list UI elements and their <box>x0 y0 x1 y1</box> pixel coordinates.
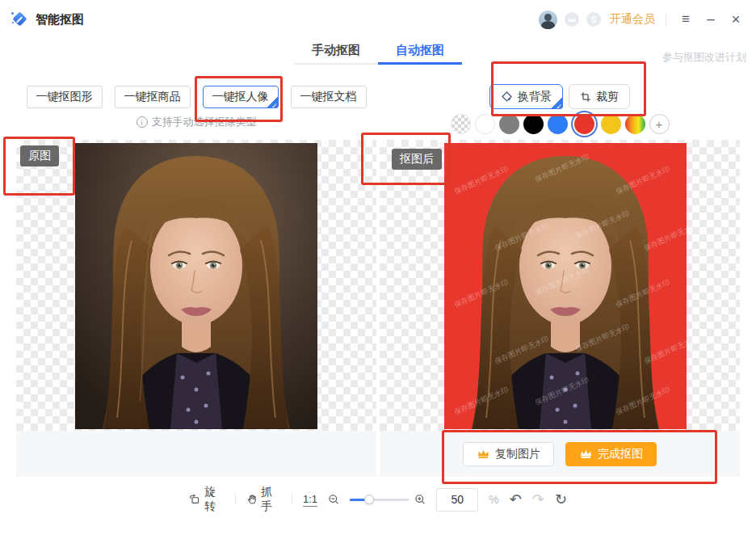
original-badge: 原图 <box>20 145 59 166</box>
change-background-button[interactable]: 换背景 ✓ <box>489 84 563 109</box>
cutout-photo <box>444 143 687 429</box>
tab-manual-cutout[interactable]: 手动抠图 <box>294 39 378 65</box>
add-color-button[interactable]: + <box>649 114 670 134</box>
crown-icon <box>477 449 490 459</box>
result-badge: 抠图后 <box>392 149 442 170</box>
hand-icon <box>246 493 257 506</box>
canvas-toolbar: 旋转 抓手 1:1 % ↶ ↷ ↻ <box>189 487 567 512</box>
tab-auto-cutout[interactable]: 自动抠图 <box>378 39 462 65</box>
swatch-rainbow[interactable] <box>625 114 645 134</box>
app-logo-icon <box>11 11 29 28</box>
mode-hint: i 支持手动选择抠除类型 <box>16 115 376 129</box>
crop-icon <box>580 91 591 103</box>
toolbar-divider <box>235 494 236 505</box>
mode-button-portrait[interactable]: 一键抠人像 ✓ <box>203 86 279 108</box>
swatch-yellow[interactable] <box>601 114 621 134</box>
hand-tool-button[interactable]: 抓手 <box>246 485 281 514</box>
title-bar: 智能抠图 S 开通会员 ≡ – × <box>0 0 756 39</box>
open-membership-link[interactable]: 开通会员 <box>610 12 655 27</box>
selected-check-icon: ✓ <box>549 95 563 109</box>
selected-check-icon: ✓ <box>265 95 279 108</box>
app-title: 智能抠图 <box>36 12 84 27</box>
zoom-percent-input[interactable] <box>436 488 478 512</box>
swatch-black[interactable] <box>523 114 544 134</box>
swatch-transparent[interactable] <box>451 114 471 134</box>
result-actions: 复制图片 完成抠图 <box>380 431 740 477</box>
minimize-icon[interactable]: – <box>702 11 720 28</box>
mode-button-document[interactable]: 一键抠文档 <box>291 86 367 108</box>
reset-icon[interactable]: ↻ <box>555 492 567 507</box>
cutout-mode-buttons: 一键抠图形 一键抠商品 一键抠人像 ✓ 一键抠文档 <box>16 86 376 108</box>
toolbar-divider <box>292 494 292 505</box>
copy-image-button[interactable]: 复制图片 <box>463 442 554 466</box>
mode-button-product[interactable]: 一键抠商品 <box>115 86 191 108</box>
menu-icon[interactable]: ≡ <box>677 11 695 28</box>
undo-icon[interactable]: ↶ <box>510 492 522 507</box>
mode-button-shape[interactable]: 一键抠图形 <box>27 86 103 108</box>
percent-label: % <box>489 493 498 506</box>
original-photo <box>75 143 317 429</box>
zoom-slider-handle[interactable] <box>364 495 374 504</box>
actual-size-button[interactable]: 1:1 <box>303 493 317 507</box>
crown-badge-icon[interactable] <box>565 12 579 27</box>
crop-button[interactable]: 裁剪 <box>569 84 630 109</box>
swatch-white[interactable] <box>475 114 495 134</box>
diamond-icon <box>501 91 513 103</box>
background-color-swatches: + <box>380 114 740 134</box>
coin-badge-icon[interactable]: S <box>586 12 601 27</box>
finish-cutout-button[interactable]: 完成抠图 <box>565 442 657 466</box>
tab-bar: 手动抠图 自动抠图 <box>0 39 756 65</box>
zoom-slider[interactable] <box>350 495 403 504</box>
info-icon: i <box>136 116 148 128</box>
rotate-icon <box>189 493 200 506</box>
left-bottom-strip <box>16 431 376 477</box>
zoom-in-icon[interactable] <box>414 493 426 506</box>
background-tools: 换背景 ✓ 裁剪 <box>380 84 740 109</box>
user-avatar[interactable] <box>539 11 557 29</box>
swatch-blue[interactable] <box>548 114 568 134</box>
improve-plan-link[interactable]: 参与抠图改进计划 <box>662 50 746 65</box>
redo-icon[interactable]: ↷ <box>532 492 544 507</box>
titlebar-divider <box>666 14 666 26</box>
swatch-gray[interactable] <box>499 114 519 134</box>
swatch-red-selected[interactable] <box>574 114 594 134</box>
crown-icon <box>579 449 593 459</box>
zoom-out-icon[interactable] <box>328 493 339 506</box>
close-icon[interactable]: × <box>727 11 745 28</box>
rotate-button[interactable]: 旋转 <box>189 485 225 514</box>
